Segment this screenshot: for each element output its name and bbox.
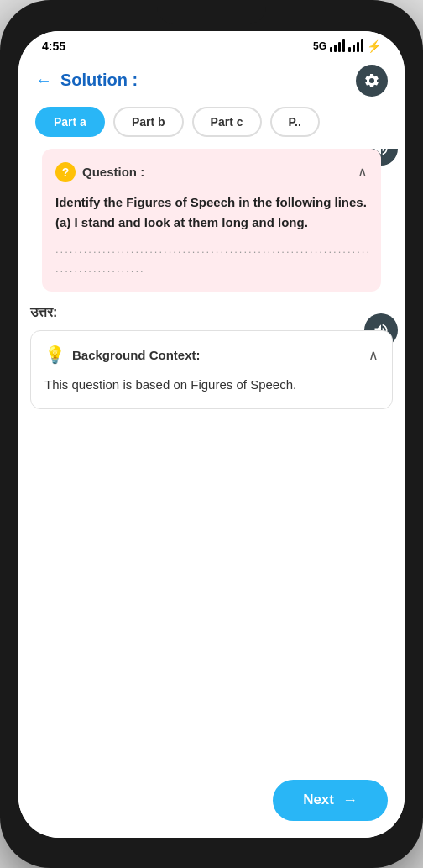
header-left: ← Solution : (35, 71, 138, 90)
tab-part-d[interactable]: P.. (270, 107, 320, 137)
tab-part-c[interactable]: Part c (192, 107, 262, 137)
question-section: ? Question : ∧ Identify the Figures of S… (42, 149, 381, 292)
spacer (18, 409, 405, 426)
next-arrow-icon: → (342, 792, 358, 809)
answer-card: 💡 Background Context: ∧ This question is… (30, 330, 393, 409)
context-header: 💡 Background Context: ∧ (44, 345, 379, 365)
gear-icon (363, 72, 380, 89)
back-button[interactable]: ← (35, 71, 52, 90)
answer-section: उत्तर: 💡 Background Context: ∧ This (18, 305, 405, 409)
signal-5g-label: 5G (313, 40, 326, 52)
context-collapse-icon[interactable]: ∧ (368, 347, 379, 363)
header: ← Solution : (18, 58, 405, 107)
phone-frame: 4:55 5G ⚡ ← (0, 0, 423, 868)
phone-notch (157, 0, 266, 24)
scroll-content: ? Question : ∧ Identify the Figures of S… (18, 149, 405, 766)
tabs-row: Part a Part b Part c P.. (18, 107, 405, 149)
question-text: Identify the Figures of Speech in the fo… (55, 192, 368, 233)
question-collapse-icon[interactable]: ∧ (358, 164, 368, 180)
context-label: Background Context: (72, 348, 201, 362)
answer-label: उत्तर: (30, 305, 393, 320)
tab-part-b[interactable]: Part b (113, 107, 184, 137)
question-header: ? Question : ∧ (55, 162, 368, 182)
next-area: Next → (18, 766, 405, 838)
answer-card-wrapper: 💡 Background Context: ∧ This question is… (30, 330, 393, 409)
context-text: This question is based on Figures of Spe… (44, 375, 379, 395)
question-dots: ........................................… (55, 239, 368, 279)
question-label: Question : (82, 165, 144, 179)
page-title: Solution : (60, 71, 138, 90)
signal-bars-2 (348, 39, 363, 52)
bulb-icon: 💡 (44, 345, 65, 365)
tab-part-a[interactable]: Part a (35, 107, 105, 137)
question-wrapper: ? Question : ∧ Identify the Figures of S… (30, 149, 393, 292)
next-button-label: Next (303, 792, 334, 808)
status-icons: 5G ⚡ (313, 39, 381, 53)
phone-screen: 4:55 5G ⚡ ← (18, 31, 405, 838)
signal-bars (330, 39, 345, 52)
status-time: 4:55 (42, 39, 65, 53)
settings-button[interactable] (356, 65, 388, 97)
next-button[interactable]: Next → (273, 780, 388, 821)
status-bar: 4:55 5G ⚡ (18, 31, 405, 58)
question-icon: ? (55, 162, 76, 182)
battery-icon: ⚡ (367, 39, 381, 53)
